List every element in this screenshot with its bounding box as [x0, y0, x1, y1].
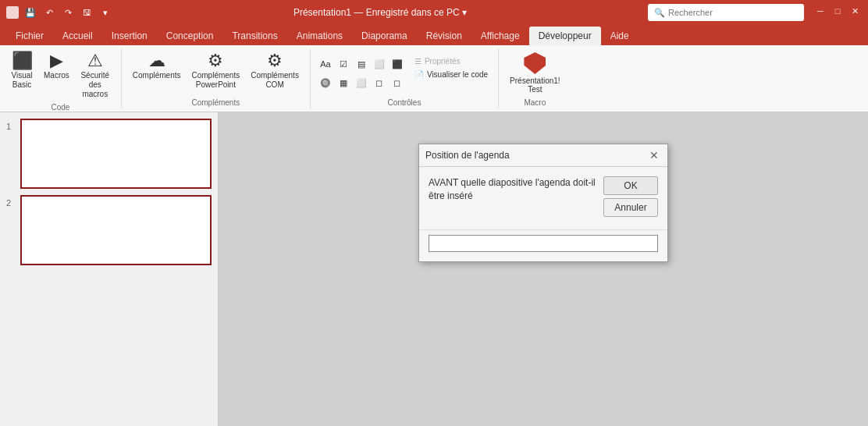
tab-conception[interactable]: Conception — [157, 27, 223, 45]
visualiser-label: Visualiser le code — [427, 70, 488, 79]
ribbon-tabs: Fichier Accueil Insertion Conception Tra… — [0, 25, 868, 45]
proprietes-label: Propriétés — [425, 57, 461, 66]
ribbon-group-complements: ☁ Compléments ⚙ ComplémentsPowerPoint ⚙ … — [122, 48, 311, 108]
slide-preview-2[interactable] — [20, 195, 212, 265]
visual-basic-label: VisualBasic — [11, 71, 32, 90]
window-controls: 🔍 ─ □ ✕ — [648, 4, 862, 21]
complements-btn[interactable]: ☁ Compléments — [128, 50, 186, 83]
save-btn[interactable]: 💾 — [23, 5, 37, 20]
dialog-cancel-btn[interactable]: Annuler — [603, 198, 658, 217]
tab-insertion[interactable]: Insertion — [102, 27, 157, 45]
slide-preview-1[interactable] — [20, 119, 212, 189]
canvas-area: Position de l'agenda ✕ AVANT quelle diap… — [219, 112, 868, 426]
dialog-input-row — [419, 229, 667, 261]
close-btn[interactable]: ✕ — [848, 4, 862, 18]
slide-thumb-2: 2 — [6, 195, 212, 265]
dialog-body: AVANT quelle diapositive l'agenda doit-i… — [419, 167, 667, 226]
complements-ppt-label: ComplémentsPowerPoint — [192, 71, 240, 90]
complements-icon: ☁ — [148, 52, 165, 69]
tab-transitions[interactable]: Transitions — [222, 27, 286, 45]
ctrl-frame-btn[interactable]: ▦ — [335, 74, 352, 91]
tab-revision[interactable]: Révision — [417, 27, 471, 45]
dialog-position-agenda: Position de l'agenda ✕ AVANT quelle diap… — [418, 144, 668, 262]
code-group-label: Code — [51, 101, 69, 112]
visual-basic-icon: ⬛ — [12, 52, 33, 69]
proprietes-btn: ☰ Propriétés — [411, 55, 492, 67]
redo-btn[interactable]: ↷ — [61, 5, 75, 20]
dropdown-btn[interactable]: ▾ — [98, 5, 112, 20]
ribbon: ⬛ VisualBasic ▶ Macros ⚠ Sécuritédes mac… — [0, 45, 868, 112]
tab-fichier[interactable]: Fichier — [6, 27, 53, 45]
maximize-btn[interactable]: □ — [831, 4, 845, 18]
controles-group-label: Contrôles — [388, 97, 422, 107]
complements-com-btn[interactable]: ⚙ ComplémentsCOM — [246, 50, 304, 92]
macros-icon: ▶ — [50, 52, 63, 69]
macros-label: Macros — [44, 71, 69, 80]
ribbon-group-macro: Présentation1!Test Macro — [499, 48, 571, 108]
dialog-buttons: OK Annuler — [603, 176, 658, 217]
securite-icon: ⚠ — [87, 52, 103, 69]
undo-btn[interactable]: ↶ — [42, 5, 56, 20]
ctrl-check-btn[interactable]: ☑ — [335, 55, 352, 73]
presentation-test-btn[interactable]: Présentation1!Test — [505, 50, 565, 96]
macro-group-label: Macro — [524, 97, 546, 107]
tab-animations[interactable]: Animations — [287, 27, 352, 45]
dropdown-icon[interactable]: ▾ — [462, 7, 467, 18]
complements-label: Compléments — [133, 71, 181, 80]
ctrl-scroll-btn[interactable]: ◻ — [389, 74, 406, 91]
complements-ppt-icon: ⚙ — [208, 52, 223, 69]
extra-btn[interactable]: 🖫 — [80, 5, 94, 20]
title-bar-left: 💾 ↶ ↷ 🖫 ▾ — [6, 5, 112, 20]
title-text: Présentation1 — Enregistré dans ce PC — [293, 7, 460, 18]
ctrl-img-btn[interactable]: ◻ — [371, 74, 388, 91]
ctrl-spin-btn[interactable]: ⬛ — [389, 55, 406, 73]
macro-label: Présentation1!Test — [510, 76, 560, 94]
dialog-ok-btn[interactable]: OK — [603, 176, 658, 195]
title-bar: 💾 ↶ ↷ 🖫 ▾ Présentation1 — Enregistré dan… — [0, 0, 868, 25]
minimize-btn[interactable]: ─ — [813, 4, 827, 18]
dialog-close-btn[interactable]: ✕ — [647, 148, 661, 162]
tab-affichage[interactable]: Affichage — [471, 27, 529, 45]
shield-icon — [524, 52, 546, 74]
slide-thumb-1: 1 — [6, 119, 212, 189]
visualiser-code-btn[interactable]: 📄 Visualiser le code — [411, 69, 492, 80]
window-title: Présentation1 — Enregistré dans ce PC ▾ — [112, 7, 648, 18]
ribbon-group-code: ⬛ VisualBasic ▶ Macros ⚠ Sécuritédes mac… — [0, 48, 122, 108]
ctrl-radio-btn[interactable]: 🔘 — [317, 74, 334, 91]
ctrl-list-btn[interactable]: ⬜ — [371, 55, 388, 73]
dialog-overlay: Position de l'agenda ✕ AVANT quelle diap… — [219, 112, 868, 426]
complements-group-label: Compléments — [192, 97, 240, 107]
complements-ppt-btn[interactable]: ⚙ ComplémentsPowerPoint — [187, 50, 245, 92]
search-bar[interactable]: 🔍 — [648, 4, 804, 21]
slide-num-2: 2 — [6, 195, 16, 208]
code-items: ⬛ VisualBasic ▶ Macros ⚠ Sécuritédes mac… — [6, 50, 115, 101]
macros-btn[interactable]: ▶ Macros — [39, 50, 74, 83]
controles-items: Aa ☑ ▤ ⬜ ⬛ 🔘 ▦ ⬜ ◻ ◻ — [317, 50, 492, 97]
complements-items: ☁ Compléments ⚙ ComplémentsPowerPoint ⚙ … — [128, 50, 304, 97]
tab-diaporama[interactable]: Diaporama — [352, 27, 417, 45]
slide-panel: 1 2 — [0, 112, 219, 426]
search-input[interactable] — [668, 8, 798, 17]
tab-accueil[interactable]: Accueil — [53, 27, 102, 45]
ctrl-text-btn[interactable]: Aa — [317, 55, 334, 73]
main-area: 1 2 Position de l'agenda ✕ AVANT quelle … — [0, 112, 868, 426]
dialog-title: Position de l'agenda — [425, 150, 510, 161]
tab-developpeur[interactable]: Développeur — [529, 27, 601, 45]
ctrl-combo-btn[interactable]: ▤ — [353, 55, 370, 73]
dialog-message: AVANT quelle diapositive l'agenda doit-i… — [429, 176, 596, 217]
app-icon — [6, 6, 19, 19]
visualiser-icon: 📄 — [414, 70, 424, 79]
complements-com-label: ComplémentsCOM — [251, 71, 299, 90]
ribbon-group-controles: Aa ☑ ▤ ⬜ ⬛ 🔘 ▦ ⬜ ◻ ◻ — [311, 48, 499, 108]
proprietes-icon: ☰ — [414, 57, 422, 66]
slide-num-1: 1 — [6, 119, 16, 131]
ctrl-cmd-btn[interactable]: ⬜ — [353, 74, 370, 91]
controles-small-btns: ☰ Propriétés 📄 Visualiser le code — [411, 55, 492, 80]
dialog-title-bar: Position de l'agenda ✕ — [419, 144, 667, 167]
tab-aide[interactable]: Aide — [601, 27, 639, 45]
dialog-input[interactable] — [429, 235, 658, 252]
securite-macros-btn[interactable]: ⚠ Sécuritédes macros — [76, 50, 115, 101]
macro-items: Présentation1!Test — [505, 50, 565, 97]
visual-basic-btn[interactable]: ⬛ VisualBasic — [6, 50, 37, 92]
securite-label: Sécuritédes macros — [80, 71, 110, 99]
